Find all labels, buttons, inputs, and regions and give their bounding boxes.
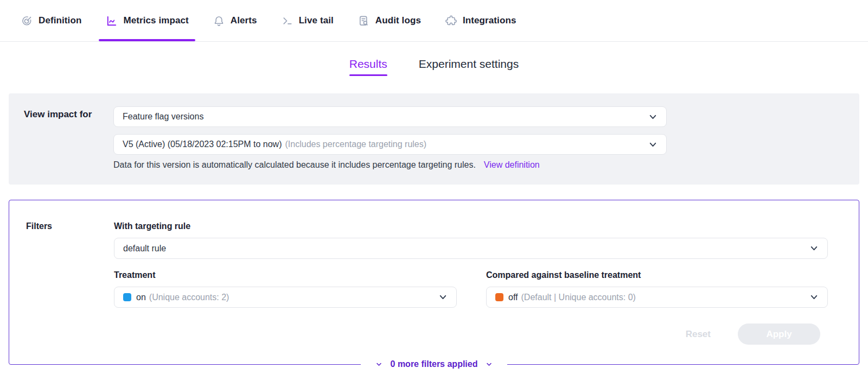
version-helper-text: Data for this version is automatically c…: [113, 160, 540, 170]
reset-button[interactable]: Reset: [686, 329, 711, 340]
baseline-value: off: [508, 293, 518, 302]
more-filters-label: 0 more filters applied: [391, 359, 478, 369]
definition-icon: [21, 15, 33, 27]
treatment-select[interactable]: on (Unique accounts: 2): [114, 287, 457, 308]
puzzle-icon: [445, 15, 457, 27]
apply-button[interactable]: Apply: [738, 324, 820, 345]
treatment-note: (Unique accounts: 2): [149, 293, 229, 302]
tab-integrations[interactable]: Integrations: [438, 0, 523, 41]
subtab-experiment-settings[interactable]: Experiment settings: [419, 58, 519, 94]
tab-integrations-label: Integrations: [463, 15, 516, 26]
more-filters-toggle[interactable]: 0 more filters applied: [361, 357, 508, 372]
view-impact-panel: View impact for Feature flag versions V5…: [9, 93, 859, 185]
chevron-down-icon: [648, 140, 658, 149]
bell-icon: [213, 15, 225, 27]
tab-metrics-impact[interactable]: Metrics impact: [99, 0, 195, 41]
subtab-active-underline: [349, 74, 387, 76]
targeting-rule-label: With targeting rule: [114, 221, 190, 231]
version-note: (Includes percentage targeting rules): [285, 140, 427, 149]
treatment-color-swatch: [123, 293, 131, 301]
audit-log-icon: [358, 15, 370, 27]
baseline-color-swatch: [495, 293, 503, 301]
chevron-down-icon: [486, 361, 493, 368]
version-select[interactable]: V5 (Active) (05/18/2023 02:15PM to now) …: [113, 134, 667, 155]
filters-panel: Filters With targeting rule default rule…: [9, 200, 859, 365]
baseline-treatment-select[interactable]: off (Default | Unique accounts: 0): [486, 287, 828, 308]
chevron-down-icon: [438, 293, 448, 302]
tab-definition-label: Definition: [39, 15, 81, 26]
tab-active-underline: [99, 39, 195, 41]
targeting-rule-select[interactable]: default rule: [114, 238, 828, 259]
tab-audit-logs[interactable]: Audit logs: [351, 0, 427, 41]
results-subtabs: Results Experiment settings: [0, 42, 868, 94]
baseline-treatment-label: Compared against baseline treatment: [486, 270, 641, 280]
tab-definition[interactable]: Definition: [14, 0, 88, 41]
terminal-icon: [281, 15, 293, 27]
tab-audit-logs-label: Audit logs: [375, 15, 421, 26]
view-impact-label: View impact for: [24, 109, 92, 120]
version-type-select[interactable]: Feature flag versions: [113, 106, 667, 127]
subtab-experiment-settings-label: Experiment settings: [419, 58, 519, 70]
targeting-rule-value: default rule: [123, 244, 166, 253]
tab-live-tail-label: Live tail: [299, 15, 334, 26]
tab-live-tail[interactable]: Live tail: [275, 0, 340, 41]
chevron-down-icon: [809, 293, 819, 302]
metrics-icon: [105, 15, 118, 27]
filters-actions: Reset Apply: [686, 324, 820, 345]
chevron-down-icon: [809, 244, 819, 253]
view-definition-link[interactable]: View definition: [484, 160, 540, 169]
chevron-down-icon: [648, 112, 658, 122]
version-type-value: Feature flag versions: [123, 112, 203, 122]
treatment-label: Treatment: [114, 270, 155, 280]
chevron-down-icon: [375, 361, 382, 368]
filters-title: Filters: [26, 221, 52, 231]
tab-metrics-impact-label: Metrics impact: [123, 15, 188, 26]
more-filters-footer: 0 more filters applied: [9, 357, 859, 372]
version-value: V5 (Active) (05/18/2023 02:15PM to now): [123, 140, 282, 149]
subtab-results[interactable]: Results: [349, 58, 387, 94]
top-navigation: Definition Metrics impact Alerts Live ta…: [0, 0, 868, 42]
tab-alerts[interactable]: Alerts: [206, 0, 264, 41]
subtab-results-label: Results: [349, 58, 387, 70]
baseline-note: (Default | Unique accounts: 0): [521, 293, 636, 302]
treatment-value: on: [136, 293, 146, 302]
tab-alerts-label: Alerts: [231, 15, 257, 26]
